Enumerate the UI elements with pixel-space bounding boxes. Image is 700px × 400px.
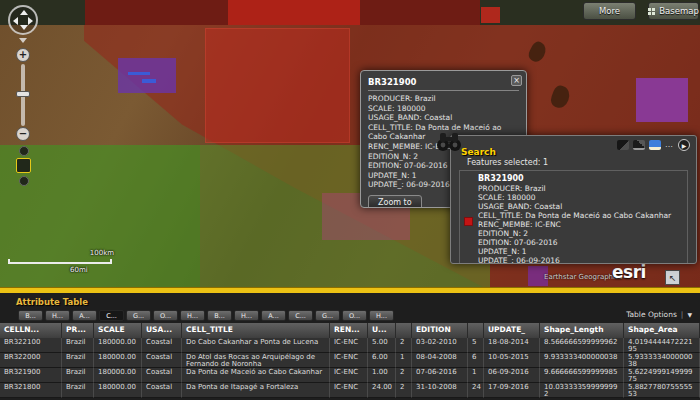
layer-tab-11[interactable]: C...: [288, 310, 313, 321]
col-header-update[interactable]: UPDATE_: [484, 323, 540, 338]
layer-tab-1[interactable]: B...: [18, 310, 43, 321]
table-row[interactable]: BR321900 Brazil 180000.00 Coastal Da Pon…: [0, 368, 700, 383]
table-cell: 06-09-2016: [484, 368, 540, 383]
layer-tab-7[interactable]: H...: [180, 310, 205, 321]
col-header-producer[interactable]: PR...: [62, 323, 94, 338]
zoom-to-button[interactable]: Zoom to: [368, 195, 422, 208]
result-title: BR321900: [478, 174, 681, 183]
gis-app-window: + − 100km 60mi More Basemap × BR321900 P…: [0, 0, 700, 400]
col-header-blank-2[interactable]: [468, 323, 484, 338]
col-header-scale[interactable]: SCALE: [94, 323, 142, 338]
zoom-out-button[interactable]: −: [16, 127, 30, 141]
layer-tab-strip: B... H... A... C... G... O... H... B... …: [0, 309, 700, 323]
col-header-u[interactable]: U...: [368, 323, 396, 338]
col-header-blank-1[interactable]: [396, 323, 412, 338]
table-cell: 5.882778075555553: [624, 383, 700, 398]
overlay-purple-cell-1: [118, 58, 176, 93]
esri-logo: esri: [612, 262, 646, 282]
overlay-red-cell: [205, 28, 350, 143]
layer-tab-12[interactable]: G...: [315, 310, 340, 321]
more-button[interactable]: More: [583, 2, 636, 20]
table-options-label: Table Options: [626, 310, 677, 319]
results-panel-icon[interactable]: [649, 140, 661, 150]
table-cell: 8.566666599999962: [540, 338, 624, 353]
layer-tab-4-active[interactable]: C...: [99, 310, 124, 321]
pan-down-icon[interactable]: [20, 25, 28, 30]
col-header-cell-title[interactable]: CELL_TITLE: [182, 323, 330, 338]
close-icon[interactable]: ×: [511, 75, 522, 86]
layer-tab-8[interactable]: B...: [207, 310, 232, 321]
select-tool-icon[interactable]: [617, 140, 629, 150]
table-cell: 180000.00: [94, 338, 142, 353]
result-field-edition-n: EDITION_N: 2: [478, 229, 681, 238]
table-cell: 1.00: [368, 368, 396, 383]
layer-tab-14[interactable]: H...: [369, 310, 394, 321]
result-field-usage-band: USAGE_BAND: Coastal: [478, 202, 681, 211]
col-header-shape-area[interactable]: Shape_Area: [624, 323, 700, 338]
table-cell: 5.933333400000038: [624, 353, 700, 368]
layer-tab-13[interactable]: O...: [342, 310, 367, 321]
attribute-table-panel: Attribute Table B... H... A... C... G...…: [0, 293, 700, 400]
binoculars-cursor-icon: [436, 130, 462, 152]
overview-map-icon[interactable]: ↖: [665, 270, 680, 285]
popup-field-usage-band: USAGE_BAND: Coastal: [368, 113, 519, 123]
table-cell: IC-ENC: [330, 368, 368, 383]
table-cell: 180000.00: [94, 383, 142, 398]
table-cell: 31-10-2008: [412, 383, 468, 398]
search-result-item[interactable]: BR321900 PRODUCER: Brazil SCALE: 180000 …: [459, 170, 688, 264]
table-options-separator: |: [681, 310, 684, 319]
table-cell: 1: [396, 353, 412, 368]
layer-tab-3[interactable]: A...: [72, 310, 97, 321]
table-cell: 5.00: [368, 338, 396, 353]
table-row[interactable]: BR322100 Brazil 180000.00 Coastal Do Cab…: [0, 338, 700, 353]
layer-tab-2[interactable]: H...: [45, 310, 70, 321]
layer-tab-5[interactable]: G...: [126, 310, 151, 321]
layer-tab-6[interactable]: O...: [153, 310, 178, 321]
table-cell: Brazil: [62, 353, 94, 368]
overlay-red-top-bright: [228, 0, 360, 25]
zoom-in-button[interactable]: +: [16, 48, 30, 62]
basemap-button[interactable]: Basemap: [648, 2, 699, 20]
table-cell: Brazil: [62, 383, 94, 398]
col-header-cellname[interactable]: CELLN...: [0, 323, 62, 338]
table-cell: BR322000: [0, 353, 62, 368]
pan-right-icon[interactable]: [28, 17, 33, 25]
result-field-renc-membe: RENC_MEMBE: IC-ENC: [478, 220, 681, 229]
table-cell: BR322100: [0, 338, 62, 353]
table-cell: 6.00: [368, 353, 396, 368]
next-extent-button[interactable]: [19, 176, 29, 186]
magnifier-tool-button[interactable]: [16, 158, 31, 173]
layer-tab-10[interactable]: A...: [261, 310, 286, 321]
dropdown-arrow-icon: ▼: [687, 311, 692, 318]
col-header-renc[interactable]: REN...: [330, 323, 368, 338]
table-cell: Coastal: [142, 338, 182, 353]
table-options-button[interactable]: Table Options | ▼: [626, 310, 692, 319]
search-panel: Search … ▶ Features selected: 1 BR321900…: [450, 135, 697, 264]
previous-extent-button[interactable]: [19, 146, 29, 156]
table-cell: 5: [468, 338, 484, 353]
map-attribution: Earthstar Geographics: [544, 273, 623, 281]
table-cell: 10.033333599999992: [540, 383, 624, 398]
table-row[interactable]: BR321800 Brazil 180000.00 Coastal Da Pon…: [0, 383, 700, 398]
pan-compass-control[interactable]: [8, 5, 38, 35]
table-cell: 4.019444447222195: [624, 338, 700, 353]
map-view[interactable]: + − 100km 60mi More Basemap × BR321900 P…: [0, 0, 700, 287]
chevron-down-icon[interactable]: [19, 38, 27, 43]
col-header-usage[interactable]: USA...: [142, 323, 182, 338]
pan-up-icon[interactable]: [20, 10, 28, 15]
col-header-edition[interactable]: EDITION: [412, 323, 468, 338]
overflow-icon[interactable]: …: [665, 141, 674, 149]
result-field-scale: SCALE: 180000: [478, 193, 681, 202]
table-row[interactable]: BR322000 Brazil 180000.00 Coastal Do Ato…: [0, 353, 700, 368]
table-cell: 5.622499914999975: [624, 368, 700, 383]
layer-tab-9[interactable]: H...: [234, 310, 259, 321]
zoom-slider-thumb[interactable]: [16, 91, 30, 97]
table-cell: 17-09-2016: [484, 383, 540, 398]
clear-selection-icon[interactable]: [633, 140, 645, 150]
pan-left-icon[interactable]: [13, 17, 18, 25]
scale-bar-line: [8, 259, 112, 264]
table-cell: 18-08-2014: [484, 338, 540, 353]
table-cell: Brazil: [62, 368, 94, 383]
col-header-shape-length[interactable]: Shape_Length: [540, 323, 624, 338]
collapse-arrow-icon[interactable]: ▶: [678, 139, 690, 151]
